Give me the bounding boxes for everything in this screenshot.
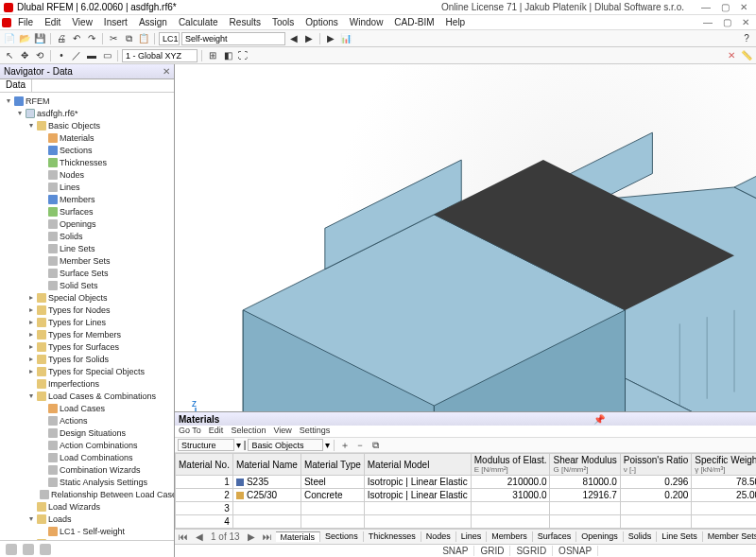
tree-node[interactable]: Solid Sets [0, 279, 174, 291]
paste-icon[interactable]: 📋 [137, 32, 150, 45]
materials-panel-pin-icon[interactable]: 📌 [593, 414, 605, 425]
tree-node[interactable]: ▾Basic Objects [0, 119, 174, 131]
tree-node[interactable]: Member Sets [0, 254, 174, 267]
mat-tab[interactable]: Lines [456, 531, 488, 542]
materials-grid[interactable]: Material No.Material NameMaterial TypeMa… [175, 453, 756, 529]
menu-assign[interactable]: Assign [134, 17, 172, 27]
menu-file[interactable]: File [13, 17, 38, 27]
tree-node[interactable]: Actions [0, 414, 174, 426]
mat-tab[interactable]: Solids [624, 531, 658, 542]
tree-node[interactable]: ▸Types for Nodes [0, 304, 174, 316]
menu-cadbim[interactable]: CAD-BIM [389, 17, 438, 27]
menu-options[interactable]: Options [301, 17, 342, 27]
mat-menu-goto[interactable]: Go To [179, 426, 201, 437]
mat-page-last-icon[interactable]: ⏭ [259, 531, 276, 542]
tree-node[interactable]: Solids [0, 230, 174, 242]
status-grid[interactable]: GRID [474, 546, 510, 556]
member-icon[interactable]: ▬ [85, 49, 98, 62]
tree-node[interactable]: Surface Sets [0, 267, 174, 279]
status-sgrid[interactable]: SGRID [510, 546, 553, 556]
redo-icon[interactable]: ↷ [85, 32, 98, 45]
tree-node[interactable]: Members [0, 193, 174, 205]
table-row[interactable]: 1S235SteelIsotropic | Linear Elastic2100… [176, 476, 757, 489]
tree-node[interactable]: Design Situations [0, 426, 174, 439]
lc-prev-icon[interactable]: ◀ [287, 32, 301, 45]
node-icon[interactable]: • [55, 49, 68, 62]
viewport-3d[interactable]: ✕ [175, 64, 756, 411]
mat-tab[interactable]: Line Sets [657, 531, 703, 542]
menu-view[interactable]: View [67, 17, 97, 27]
calc-icon[interactable]: ▶ [324, 32, 337, 45]
mat-tab[interactable]: Nodes [421, 531, 456, 542]
mat-tab[interactable]: Sections [320, 531, 364, 542]
navigator-close-icon[interactable]: ✕ [163, 66, 170, 77]
mat-tab[interactable]: Surfaces [533, 531, 577, 542]
mat-menu-selection[interactable]: Selection [231, 426, 266, 437]
nav-footer-icon-1[interactable] [6, 544, 17, 555]
mat-menu-edit[interactable]: Edit [209, 426, 224, 437]
tree-node[interactable]: Load Cases [0, 402, 174, 414]
loadcase-code-field[interactable]: LC1 [159, 32, 180, 45]
mat-tab[interactable]: Member Sets [703, 531, 756, 542]
help-icon[interactable]: ? [740, 32, 753, 45]
tree-node[interactable]: ▸Types for Surfaces [0, 340, 174, 353]
cut-icon[interactable]: ✂ [107, 32, 120, 45]
tree-node[interactable]: ▾Loads [0, 513, 174, 525]
tree-node[interactable]: ▸Special Objects [0, 291, 174, 304]
menu-results[interactable]: Results [225, 17, 266, 27]
maximize-button[interactable]: ▢ [716, 2, 733, 13]
nav-footer-icon-3[interactable] [40, 544, 51, 555]
mat-page-first-icon[interactable]: ⏮ [175, 531, 192, 542]
mdi-min-button[interactable]: — [699, 17, 716, 28]
tree-node[interactable]: Openings [0, 218, 174, 230]
tree-node[interactable]: Load Wizards [0, 500, 174, 513]
tree-node[interactable]: ▸Types for Lines [0, 316, 174, 328]
menu-edit[interactable]: Edit [40, 17, 65, 27]
mat-menu-view[interactable]: View [273, 426, 291, 437]
mat-group-field[interactable]: Basic Objects [248, 439, 323, 451]
surface-icon[interactable]: ▭ [100, 49, 113, 62]
loadcase-name-field[interactable]: Self-weight [181, 32, 285, 45]
view-iso-icon[interactable]: ◧ [221, 49, 234, 62]
tree-node[interactable]: Nodes [0, 168, 174, 181]
tree-node[interactable]: Lines [0, 181, 174, 193]
tree-node[interactable]: Sections [0, 144, 174, 156]
mat-page-next-icon[interactable]: ▶ [244, 531, 259, 542]
mat-tab[interactable]: Materials [276, 531, 321, 542]
tree-node[interactable]: Materials [0, 131, 174, 144]
menu-tools[interactable]: Tools [267, 17, 299, 27]
tree-node[interactable]: Thicknesses [0, 156, 174, 168]
mat-del-icon[interactable]: － [353, 439, 367, 452]
tree-node[interactable]: Load Combinations [0, 451, 174, 463]
view-xy-icon[interactable]: ⊞ [206, 49, 219, 62]
select-icon[interactable]: ↖ [3, 49, 16, 62]
tree-node[interactable]: Action Combinations [0, 439, 174, 451]
tree-node[interactable]: ▸Types for Special Objects [0, 365, 174, 377]
tree-node[interactable]: Combination Wizards [0, 463, 174, 476]
navigator-tab-data[interactable]: Data [0, 79, 32, 92]
tree-node[interactable]: ▸Types for Solids [0, 353, 174, 365]
tree-node[interactable]: Relationship Between Load Cases [0, 488, 174, 500]
mdi-max-button[interactable]: ▢ [718, 17, 735, 28]
mat-tab[interactable]: Openings [576, 531, 624, 542]
new-icon[interactable]: 📄 [3, 32, 16, 45]
table-row[interactable]: 4 [176, 515, 757, 529]
minimize-button[interactable]: — [697, 2, 714, 13]
menu-insert[interactable]: Insert [99, 17, 132, 27]
mat-group-dd-icon[interactable]: ▾ [325, 440, 330, 450]
mat-add-icon[interactable]: ＋ [338, 439, 352, 452]
coordsys-field[interactable]: 1 - Global XYZ [122, 49, 198, 62]
status-snap[interactable]: SNAP [437, 546, 474, 556]
mat-menu-settings[interactable]: Settings [300, 426, 331, 437]
tree-node[interactable]: Imperfections [0, 377, 174, 390]
tree-node[interactable]: Line Sets [0, 242, 174, 254]
tree-node[interactable]: ▾RFEM [0, 95, 174, 107]
tree-node[interactable]: ▾asdfgh.rf6* [0, 107, 174, 119]
mat-tab[interactable]: Thicknesses [364, 531, 421, 542]
mdi-close-button[interactable]: ✕ [737, 17, 754, 28]
tree-node[interactable]: Surfaces [0, 205, 174, 218]
delete-icon[interactable]: ✕ [725, 49, 738, 62]
print-icon[interactable]: 🖨 [55, 32, 68, 45]
menu-calculate[interactable]: Calculate [174, 17, 223, 27]
mat-tab[interactable]: Members [487, 531, 533, 542]
